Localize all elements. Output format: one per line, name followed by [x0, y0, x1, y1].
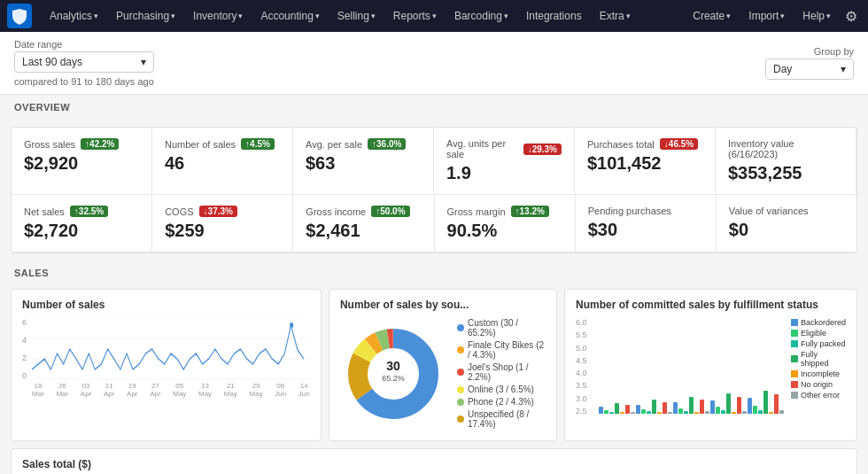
metric-label: Gross sales [24, 139, 75, 150]
group-by-select[interactable]: Day ▾ [765, 58, 854, 80]
date-range-group: Date range Last 90 days ▾ compared to 91… [14, 39, 154, 87]
date-range-select[interactable]: Last 90 days ▾ [14, 51, 154, 73]
metric-badge: ↑36.0% [368, 138, 406, 150]
svg-text:65.2%: 65.2% [382, 374, 405, 383]
bar [599, 407, 603, 414]
nav-item-analytics[interactable]: Analytics▾ [43, 6, 105, 26]
metric-card: Pending purchases $30 [576, 195, 717, 253]
metric-card: Inventory value (6/16/2023) $353,255 [716, 128, 856, 195]
bar [615, 403, 619, 414]
nav-item-integrations[interactable]: Integrations [519, 6, 589, 26]
bar-legend-item: Other error [791, 391, 846, 400]
legend-item: Online (3 / 6.5%) [457, 385, 546, 394]
bar [652, 400, 656, 414]
bar-chart-legend: BackorderedEligibleFully packedFully shi… [791, 318, 846, 416]
metric-card: Net sales ↑32.5% $2,720 [12, 195, 152, 253]
group-by-value: Day [773, 63, 792, 75]
bar-group [673, 397, 709, 414]
bar [705, 411, 709, 414]
chevron-down-icon: ▾ [780, 12, 785, 20]
bar [663, 402, 667, 414]
nav-item-import[interactable]: Import▾ [741, 6, 792, 26]
bar [636, 405, 640, 414]
chevron-down-icon: ▾ [726, 12, 731, 20]
nav-item-barcoding[interactable]: Barcoding▾ [447, 6, 515, 26]
chevron-down-icon: ▾ [371, 12, 376, 20]
metric-card: Gross income ↑50.0% $2,461 [293, 195, 434, 253]
bar [689, 397, 694, 414]
legend-dot [457, 346, 464, 354]
bar-legend-item: No origin [791, 380, 846, 389]
bar-legend-item: Incomplete [791, 369, 846, 378]
nav-item-accounting[interactable]: Accounting▾ [253, 6, 326, 26]
bar [763, 391, 768, 414]
sales-chart-row-1: Number of sales 6 4 2 0 [11, 289, 857, 441]
chevron-down-icon: ▾ [432, 12, 437, 20]
overview-section-header: OVERVIEW [0, 95, 868, 120]
metric-label: Value of variances [729, 206, 809, 216]
bar [710, 400, 715, 414]
legend-dot [457, 416, 464, 423]
bar-group [748, 391, 784, 414]
nav-right-group: Create▾ Import▾ Help▾ ⚙ [686, 4, 861, 28]
nav-item-purchasing[interactable]: Purchasing▾ [109, 6, 182, 26]
nav-item-extra[interactable]: Extra▾ [593, 6, 638, 26]
bar [726, 393, 731, 414]
sales-section-header: SALES [0, 260, 868, 285]
number-of-sales-line-chart [32, 318, 310, 380]
bar [758, 410, 763, 414]
settings-icon[interactable]: ⚙ [841, 4, 861, 28]
metric-value: $2,720 [24, 221, 139, 241]
metric-card: Avg. per sale ↑36.0% $63 [293, 128, 434, 195]
metric-badge: ↑42.2% [81, 138, 119, 150]
metric-value: $101,452 [587, 153, 702, 174]
metric-badge: ↓37.3% [199, 206, 237, 217]
bar-legend-color [791, 370, 798, 377]
metric-badge: ↑32.5% [70, 206, 108, 217]
metric-card: Gross sales ↑42.2% $2,920 [12, 128, 152, 195]
sales-total-chart-card: Sales total ($) 400 200 0 [11, 448, 857, 474]
metric-card: Avg. units per sale ↓29.3% 1.9 [434, 128, 575, 195]
nav-item-reports[interactable]: Reports▾ [386, 6, 444, 26]
nav-item-inventory[interactable]: Inventory▾ [186, 6, 250, 26]
metric-card: COGS ↓37.3% $259 [152, 195, 293, 253]
metric-value: $2,461 [306, 221, 421, 241]
metric-card: Purchases total ↓46.5% $101,452 [575, 128, 716, 195]
bar-group [599, 403, 635, 414]
sales-by-source-chart-card: Number of sales by sou... 30 65.2% [329, 289, 557, 441]
number-of-sales-chart-card: Number of sales 6 4 2 0 [11, 289, 322, 441]
chevron-down-icon: ▾ [238, 12, 243, 20]
chevron-down-icon: ▾ [841, 63, 846, 75]
metric-card: Gross margin ↑13.2% 90.5% [435, 195, 576, 253]
group-by-group: Group by Day ▾ [765, 46, 854, 80]
nav-item-help[interactable]: Help▾ [795, 6, 838, 26]
chart2-title: Number of sales by sou... [340, 299, 546, 311]
chevron-down-icon: ▾ [826, 12, 831, 20]
metric-value: 1.9 [446, 163, 562, 183]
app-logo[interactable] [7, 4, 32, 28]
bar [742, 411, 747, 414]
nav-item-create[interactable]: Create▾ [686, 6, 738, 26]
chevron-down-icon: ▾ [315, 12, 320, 20]
bar [641, 409, 646, 414]
chevron-down-icon: ▾ [171, 12, 175, 20]
committed-sales-chart-card: Number of committed sales by fulfillment… [564, 289, 857, 441]
metric-badge: ↓46.5% [660, 138, 698, 150]
top-navigation: Analytics▾ Purchasing▾ Inventory▾ Accoun… [0, 0, 868, 32]
legend-dot [457, 369, 464, 376]
bar [647, 411, 651, 414]
legend-item: Phone (2 / 4.3%) [457, 397, 546, 407]
chart3-title: Number of committed sales by fulfillment… [576, 299, 846, 311]
filter-bar: Date range Last 90 days ▾ compared to 91… [0, 32, 868, 95]
chart1-title: Number of sales [22, 299, 310, 311]
bar [748, 398, 752, 414]
metric-badge: ↑4.5% [241, 138, 275, 150]
metric-label: Gross margin [447, 206, 506, 217]
bar [779, 410, 784, 414]
nav-item-selling[interactable]: Selling▾ [330, 6, 383, 26]
sales-section: Number of sales 6 4 2 0 [11, 289, 857, 474]
bar-legend-color [791, 340, 798, 347]
chart1-x-axis: 18Mar26Mar03Apr11Apr19Apr27Apr05May13May… [32, 382, 310, 398]
metric-label: Avg. units per sale [446, 138, 518, 159]
bar [684, 411, 688, 414]
